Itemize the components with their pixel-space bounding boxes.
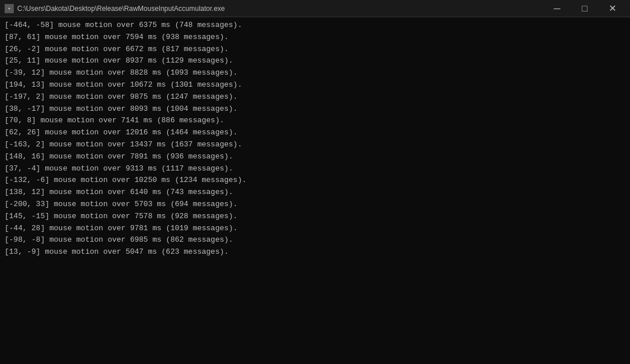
app-icon: ▪ <box>5 4 14 13</box>
maximize-button[interactable]: □ <box>571 0 598 17</box>
console-line: [-98, -8] mouse motion over 6985 ms (862… <box>5 234 625 246</box>
console-line: [70, 8] mouse motion over 7141 ms (886 m… <box>5 115 625 127</box>
console-line: [145, -15] mouse motion over 7578 ms (92… <box>5 211 625 223</box>
console-line: [-163, 2] mouse motion over 13437 ms (16… <box>5 139 625 151</box>
console-line: [87, 61] mouse motion over 7594 ms (938 … <box>5 32 625 44</box>
console-output: [-464, -58] mouse motion over 6375 ms (7… <box>0 17 630 364</box>
console-line: [-200, 33] mouse motion over 5703 ms (69… <box>5 199 625 211</box>
console-line: [-197, 2] mouse motion over 9875 ms (124… <box>5 91 625 103</box>
window: ▪ C:\Users\Dakota\Desktop\Release\RawMou… <box>0 0 630 364</box>
console-line: [26, -2] mouse motion over 6672 ms (817 … <box>5 44 625 56</box>
console-line: [138, 12] mouse motion over 6140 ms (743… <box>5 187 625 199</box>
window-title: C:\Users\Dakota\Desktop\Release\RawMouse… <box>17 5 225 13</box>
console-line: [-464, -58] mouse motion over 6375 ms (7… <box>5 20 625 32</box>
console-line: [38, -17] mouse motion over 8093 ms (100… <box>5 103 625 115</box>
console-lines: [-464, -58] mouse motion over 6375 ms (7… <box>5 20 625 258</box>
console-line: [-39, 12] mouse motion over 8828 ms (109… <box>5 67 625 79</box>
console-line: [13, -9] mouse motion over 5047 ms (623 … <box>5 246 625 258</box>
console-line: [62, 26] mouse motion over 12016 ms (146… <box>5 127 625 139</box>
console-line: [194, 13] mouse motion over 10672 ms (13… <box>5 79 625 91</box>
title-bar-left: ▪ C:\Users\Dakota\Desktop\Release\RawMou… <box>5 4 225 13</box>
console-line: [148, 16] mouse motion over 7891 ms (936… <box>5 151 625 163</box>
title-bar: ▪ C:\Users\Dakota\Desktop\Release\RawMou… <box>0 0 630 17</box>
console-line: [25, 11] mouse motion over 8937 ms (1129… <box>5 55 625 67</box>
close-button[interactable]: ✕ <box>599 0 625 17</box>
minimize-button[interactable]: ─ <box>544 0 570 17</box>
title-bar-controls: ─ □ ✕ <box>544 0 625 17</box>
console-line: [-132, -6] mouse motion over 10250 ms (1… <box>5 175 625 187</box>
console-line: [37, -4] mouse motion over 9313 ms (1117… <box>5 163 625 175</box>
console-line: [-44, 28] mouse motion over 9781 ms (101… <box>5 223 625 235</box>
